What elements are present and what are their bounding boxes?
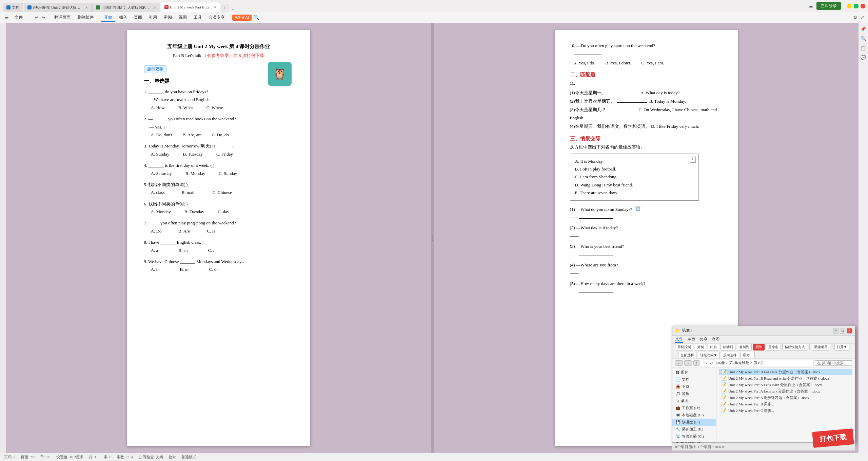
fe-invert-btn[interactable]: 轻松访问▼	[698, 352, 719, 359]
rs-icon-3[interactable]: 📋	[860, 45, 867, 52]
menu-icon[interactable]: ☰	[3, 14, 11, 21]
fe-back-btn[interactable]: ←	[675, 360, 683, 366]
conv-4: (4) —Where are you from? ——	[570, 261, 723, 277]
fe-tree-photos[interactable]: 🖼 图片	[672, 369, 716, 376]
minimize-btn[interactable]	[847, 4, 852, 8]
fe-tree-docs[interactable]: 📄 文档	[672, 376, 716, 383]
tab4-icon: W	[164, 5, 169, 9]
fe-file-2[interactable]: 📝 Unit 2 My week Part B Read and write 分…	[719, 375, 852, 382]
box-item-a: A. It is Monday.	[575, 157, 694, 165]
fe-tree-disk-h[interactable]: ⚙ 核心软件 (H:)	[672, 440, 716, 443]
fe-tab-file[interactable]: 文件	[675, 336, 683, 343]
menu-insert[interactable]: 插入	[116, 13, 130, 22]
fe-nav-bar: ← → ↑ ↑ > 5 > 3.试卷 > 第2单元试卷 > 第3组	[672, 359, 855, 367]
question-5: 5. 找出不同类的单词( ) A. class B. math C. Chine…	[144, 181, 293, 197]
q9-text: 9. We have Chinese _______ Mondays and W…	[144, 258, 293, 265]
fe-file-7[interactable]: 📝 Unit 2 My week Part C 进步...	[719, 407, 852, 414]
rs-icon-4[interactable]: 💬	[860, 54, 867, 61]
menu-delete[interactable]: 删除邮件	[74, 13, 97, 22]
new-tab-btn[interactable]: +	[221, 4, 229, 12]
tab4-close[interactable]: ✕	[214, 5, 216, 9]
fe-min-btn[interactable]: ─	[833, 328, 839, 334]
left-doc-panel[interactable]: 🦉 五年级上册 Unit 2 My week 第 4 课时分层作业 Part B…	[6, 23, 431, 453]
cloud-icon[interactable]: ☁	[808, 3, 813, 9]
fe-tree-workroom[interactable]: 💼 工作室 (D:)	[672, 404, 716, 412]
conv-3: (3) —Who is your best friend? ——	[570, 242, 723, 258]
menu-vip[interactable]: 会员专享	[205, 13, 228, 22]
tab3-close[interactable]: ✕	[154, 6, 156, 9]
search-icon[interactable]: 🔍	[252, 14, 260, 21]
fe-forward-btn[interactable]: →	[684, 360, 692, 366]
settings-icon[interactable]: ⚙	[852, 14, 859, 21]
fe-file-1[interactable]: 📝 Unit 2 My week Part B Let's talk 分层作业（…	[719, 369, 852, 375]
menu-tools[interactable]: 工具	[191, 13, 205, 22]
q1-opt-a: A. How	[151, 104, 165, 112]
expand-icon[interactable]: ⤢	[859, 14, 865, 21]
fe-move-btn[interactable]: 移动到	[721, 344, 735, 350]
file4-name: Unit 2 My week Part A Let's talk 分层作业（含答…	[728, 389, 820, 394]
fe-copy-ctrl-btn[interactable]: 剪切控制	[675, 344, 693, 350]
menu-view[interactable]: 视图	[176, 13, 190, 22]
tab-3[interactable]: 【词汇与词汇】人教版PEP五年级上... ✕	[92, 3, 160, 12]
menu-review[interactable]: 审阅	[161, 13, 175, 22]
fe-open-btn[interactable]: 打开▼	[834, 344, 849, 350]
fe-response-btn[interactable]: 应对...	[741, 352, 755, 359]
toolbar-undo[interactable]: ↩	[33, 14, 40, 21]
fe-copy-btn[interactable]: 复制	[695, 344, 706, 350]
menu-page[interactable]: 页面	[131, 13, 145, 22]
fe-copyto-btn[interactable]: 复制到	[737, 344, 752, 350]
tab-1[interactable]: 文档	[3, 3, 23, 12]
q3-text: 3. Today is Monday. Tomorrow(明天) is ____…	[144, 142, 293, 150]
fe-delete-btn[interactable]: 删除	[753, 344, 765, 350]
fe-tab-share[interactable]: 共享	[699, 337, 708, 342]
fe-max-btn[interactable]: □	[840, 328, 845, 334]
fe-file-4[interactable]: 📝 Unit 2 My week Part A Let's talk 分层作业（…	[719, 388, 852, 395]
box-plus-btn[interactable]: +	[690, 157, 696, 163]
menu-translate[interactable]: 翻译页面	[51, 13, 74, 22]
file2-name: Unit 2 My week Part B Read and write 分层作…	[728, 376, 829, 381]
menu-ref[interactable]: 引用	[146, 13, 160, 22]
q6-text: 6. 找出不同类的单词( )	[144, 200, 293, 208]
conv1-icon[interactable]: 🔄	[635, 206, 641, 212]
fe-select-all-btn[interactable]: 全部选择	[678, 352, 696, 359]
tab2-close[interactable]: ✕	[85, 6, 88, 9]
fe-tab-home[interactable]: 主页	[687, 337, 695, 342]
menu-file[interactable]: 文件	[12, 13, 26, 22]
wps-ai-btn[interactable]: WPS AI	[232, 15, 252, 21]
tab-4[interactable]: W Unit 2 My week Part B Le... ✕	[161, 2, 220, 12]
toolbar-redo[interactable]: ↪	[40, 14, 47, 21]
fe-paste-btn[interactable]: 粘贴	[708, 344, 719, 350]
fe-up-btn[interactable]: ↑	[693, 360, 699, 366]
fe-tree-music[interactable]: 🎵 音乐	[672, 390, 716, 397]
fe-path-bar[interactable]: ↑ > 5 > 3.试卷 > 第2单元试卷 > 第3组	[701, 360, 814, 366]
fe-deselect-btn[interactable]: 反向选择	[721, 352, 739, 359]
fe-file-6[interactable]: 📝 Unit 2 My week Part B 周步...	[719, 401, 852, 407]
fe-file-5[interactable]: 📝 Unit 2 My week Part A 周步练习题（含答案）.docx	[719, 395, 852, 401]
menu-edit[interactable]	[26, 16, 33, 19]
panel-divider[interactable]	[431, 23, 434, 453]
fe-close-btn[interactable]: ✕	[847, 328, 852, 334]
fe-tree-downloads[interactable]: 📥 下载	[672, 383, 716, 390]
fe-file-3[interactable]: 📝 Unit 2 My week Part A Let's learn 分层作业…	[719, 382, 852, 388]
fe-tab-view[interactable]: 查看	[712, 337, 720, 342]
q7-opt-a: A. Do	[151, 227, 162, 235]
fe-tree-disk-e[interactable]: 💾 软磁盘 (E:)	[672, 419, 716, 426]
menu-start[interactable]: 开始	[101, 13, 115, 22]
close-btn[interactable]	[861, 4, 865, 8]
fe-search-input[interactable]	[815, 360, 852, 366]
fe-tree-local-c[interactable]: 💻 本地磁盘 (C:)	[672, 412, 716, 419]
login-button[interactable]: 立即登录	[816, 2, 841, 10]
match2-answer: B. Today is Monday.	[649, 97, 686, 106]
fe-tree-desktop[interactable]: 🖥 桌面	[672, 397, 716, 404]
fe-tree-disk-f[interactable]: 🔧 采矿加工 (F:)	[672, 426, 716, 433]
rs-icon-1[interactable]: 📌	[860, 26, 867, 33]
right-doc-panel[interactable]: 10. —Do you often play sports on the wee…	[434, 23, 859, 453]
fe-newitem-btn[interactable]: 新建项目	[812, 344, 830, 350]
fe-paste-shortcut-btn[interactable]: 粘贴快捷方式	[782, 344, 807, 350]
fe-rename-btn[interactable]: 重命名	[766, 344, 781, 350]
tab-expand-btn[interactable]: ⌄	[230, 5, 236, 12]
rs-icon-2[interactable]: 🔍	[860, 35, 867, 42]
maximize-btn[interactable]	[854, 4, 859, 8]
tab-2[interactable]: (快乐暑假) Unit 2 基础达标考·小... ✕	[24, 3, 92, 12]
fe-tree-disk-g[interactable]: 📡 管管直播 (G:)	[672, 433, 716, 440]
